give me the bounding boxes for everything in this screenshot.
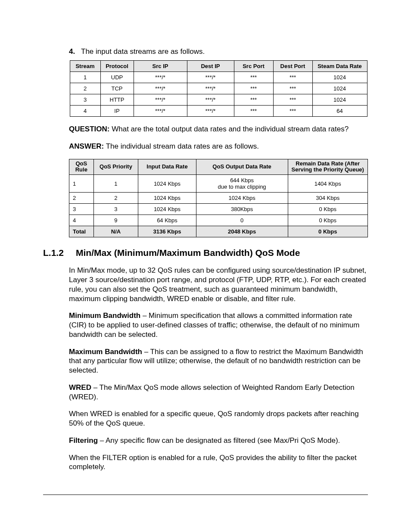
cell: *** [234,83,273,94]
cell: *** [234,72,273,83]
list-number: 4. [69,47,81,56]
cell: TCP [100,83,134,94]
cell: UDP [100,72,134,83]
cell: 1024 [312,94,367,106]
cell: N/A [93,226,138,237]
cell: 1024 Kbps [138,193,196,204]
cell: ***/* [134,106,187,117]
cell: *** [273,83,312,94]
col-header: QoS Output Data Rate [196,159,288,175]
cell: 2 [70,83,100,94]
cell: ***/* [134,83,187,94]
cell: 1404 Kbps [288,175,368,193]
table-row: 2 TCP ***/* ***/* *** *** 1024 [70,83,367,94]
cell: 304 Kbps [288,193,368,204]
cell: 64 Kbps [138,215,196,226]
cell: IP [100,106,134,117]
cell: 1024 Kbps [196,193,288,204]
col-header: Steam Data Rate [312,61,367,72]
table-row: 3 3 1024 Kbps 380Kbps 0 Kbps [69,204,368,215]
cell: 1 [70,72,100,83]
footer-rule [43,495,368,495]
cell: 1024 Kbps [138,204,196,215]
content-area: 4. The input data streams are as follows… [69,47,368,237]
page: 4. The input data streams are as follows… [0,0,411,532]
input-streams-table: Stream Protocol Src IP Dest IP Src Port … [70,60,367,117]
col-header: Stream [70,61,100,72]
qos-rules-table: QoS Rule QoS Priority Input Data Rate Qo… [69,159,368,238]
cell: 1024 [312,72,367,83]
cell: 3 [69,204,94,215]
col-header: Protocol [100,61,134,72]
cell: *** [273,94,312,106]
definition-label: Filtering [69,436,98,445]
answer-paragraph: ANSWER: The individual stream data rates… [69,142,368,151]
cell: Total [69,226,94,237]
table-header-row: QoS Rule QoS Priority Input Data Rate Qo… [69,159,368,175]
cell: 1024 Kbps [138,175,196,193]
definition-label: Minimum Bandwidth [69,311,140,320]
answer-label: ANSWER: [69,142,104,150]
definition-text: – The Min/Max QoS mode allows selection … [69,383,355,401]
table-total-row: Total N/A 3136 Kbps 2048 Kbps 0 Kbps [69,226,368,237]
cell: 1 [93,175,138,193]
col-header: Dest IP [187,61,234,72]
section-heading: L.1.2 Min/Max (Minimum/Maximum Bandwidth… [43,248,368,258]
definition-paragraph: Filtering – Any specific flow can be des… [69,436,368,445]
cell: 3 [93,204,138,215]
cell: 644 Kbps due to max clipping [196,175,288,193]
table-row: 4 9 64 Kbps 0 0 Kbps [69,215,368,226]
table-row: 2 2 1024 Kbps 1024 Kbps 304 Kbps [69,193,368,204]
cell: 1 [69,175,94,193]
list-text: The input data streams are as follows. [81,47,205,56]
cell: *** [273,72,312,83]
col-header: Remain Data Rate (After Serving the Prio… [288,159,368,175]
cell: ***/* [187,83,234,94]
table-row: 1 1 1024 Kbps 644 Kbps due to max clippi… [69,175,368,193]
col-header: Input Data Rate [138,159,196,175]
table-header-row: Stream Protocol Src IP Dest IP Src Port … [70,61,367,72]
cell: *** [273,106,312,117]
section-title: Min/Max (Minimum/Maximum Bandwidth) QoS … [76,248,300,258]
table-row: 1 UDP ***/* ***/* *** *** 1024 [70,72,367,83]
definition-paragraph: Maximum Bandwidth – This can be assigned… [69,347,368,375]
cell: 0 Kbps [288,215,368,226]
definition-label: Maximum Bandwidth [69,348,142,356]
col-header: Dest Port [273,61,312,72]
section-number: L.1.2 [43,248,76,258]
cell: 2 [69,193,94,204]
cell: 0 Kbps [288,226,368,237]
numbered-list-item: 4. The input data streams are as follows… [69,47,368,56]
cell: ***/* [134,72,187,83]
cell: *** [234,94,273,106]
answer-text: The individual stream data rates are as … [104,142,259,150]
cell: 4 [69,215,94,226]
col-header: QoS Priority [93,159,138,175]
section-body: In Min/Max mode, up to 32 QoS rules can … [69,266,368,472]
question-label: QUESTION: [69,125,109,133]
col-header: Src Port [234,61,273,72]
cell: 3136 Kbps [138,226,196,237]
definition-paragraph: WRED – The Min/Max QoS mode allows selec… [69,383,368,402]
cell: ***/* [187,72,234,83]
cell: ***/* [187,94,234,106]
table-row: 4 IP ***/* ***/* *** *** 64 [70,106,367,117]
definition-paragraph: Minimum Bandwidth – Minimum specificatio… [69,311,368,339]
definition-label: WRED [69,383,91,392]
col-header: Src IP [134,61,187,72]
cell: *** [234,106,273,117]
cell: HTTP [100,94,134,106]
table-row: 3 HTTP ***/* ***/* *** *** 1024 [70,94,367,106]
cell: 0 Kbps [288,204,368,215]
definition-text: – Any specific flow can be designated as… [98,436,340,445]
cell: 1024 [312,83,367,94]
question-text: What are the total output data rates and… [109,125,349,133]
cell: 3 [70,94,100,106]
cell: 2048 Kbps [196,226,288,237]
cell: ***/* [134,94,187,106]
paragraph: In Min/Max mode, up to 32 QoS rules can … [69,266,368,303]
cell: 0 [196,215,288,226]
cell: 2 [93,193,138,204]
question-paragraph: QUESTION: What are the total output data… [69,124,368,134]
col-header: QoS Rule [69,159,94,175]
